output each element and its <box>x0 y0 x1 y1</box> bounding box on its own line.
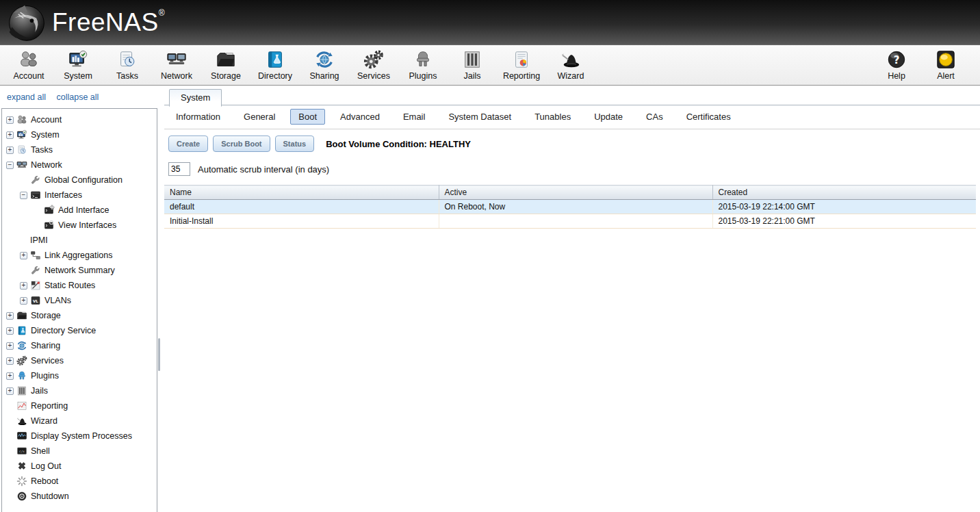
toolbar-item-wizard[interactable]: Wizard <box>550 49 592 81</box>
toolbar-item-tasks[interactable]: Tasks <box>106 49 149 81</box>
toolbar-item-label: Help <box>888 71 905 81</box>
table-row-initial-install[interactable]: Initial-Install2015-03-19 22:21:00 GMT <box>164 214 976 229</box>
tree-toggle-expand-icon[interactable]: + <box>6 372 14 380</box>
sidebar-item-ipmi[interactable]: IPMI <box>2 233 157 248</box>
sidebar-item-label: Static Routes <box>44 281 95 290</box>
toolbar-item-jails[interactable]: Jails <box>451 49 493 81</box>
sidebar-item-global-configuration[interactable]: Global Configuration <box>2 172 157 188</box>
directory-icon <box>16 325 28 336</box>
sidebar-item-sharing[interactable]: +Sharing <box>2 338 157 353</box>
sidebar-item-system[interactable]: +System <box>2 127 157 142</box>
toolbar-item-storage[interactable]: Storage <box>205 49 247 81</box>
sidebar-item-services[interactable]: +Services <box>2 353 157 368</box>
sidebar-item-add-interface[interactable]: Add Interface <box>2 203 157 218</box>
toolbar-item-system[interactable]: System <box>57 49 99 81</box>
sidebar-item-network[interactable]: −Network <box>2 157 157 172</box>
subtab-boot[interactable]: Boot <box>290 109 325 125</box>
table-row-default[interactable]: defaultOn Reboot, Now2015-03-19 22:14:00… <box>164 200 976 214</box>
tree-toggle-expand-icon[interactable]: + <box>6 387 14 395</box>
tree-toggle-expand-icon[interactable]: + <box>20 282 27 290</box>
scrub-interval-label: Automatic scrub interval (in days) <box>198 164 329 175</box>
toolbar-item-help[interactable]: ?Help <box>875 49 918 81</box>
processes-icon <box>16 431 28 441</box>
sidebar-scrollbar[interactable] <box>158 338 160 371</box>
sidebar-item-wizard[interactable]: Wizard <box>2 413 157 428</box>
sidebar-item-reporting[interactable]: Reporting <box>2 398 157 413</box>
column-header-created[interactable]: Created <box>712 185 976 200</box>
create-button[interactable]: Create <box>168 136 208 152</box>
toolbar-right-group: ?HelpAlert <box>868 45 980 81</box>
status-button[interactable]: Status <box>275 136 315 152</box>
sidebar-item-storage[interactable]: +Storage <box>2 308 157 323</box>
subtab-system-dataset[interactable]: System Dataset <box>440 109 519 125</box>
column-header-name[interactable]: Name <box>164 185 439 200</box>
toolbar-item-plugins[interactable]: Plugins <box>402 49 444 81</box>
tree-toggle-expand-icon[interactable]: + <box>6 357 14 365</box>
sidebar-item-jails[interactable]: +Jails <box>2 383 157 398</box>
sidebar-item-plugins[interactable]: +Plugins <box>2 368 157 383</box>
subtab-information[interactable]: Information <box>168 109 229 125</box>
sidebar-item-static-routes[interactable]: +Static Routes <box>2 278 157 293</box>
subtab-tunables[interactable]: Tunables <box>526 109 579 125</box>
toolbar-item-services[interactable]: Services <box>352 49 395 81</box>
account-icon <box>16 114 28 125</box>
tree-toggle-expand-icon[interactable]: + <box>6 342 14 350</box>
svg-text:c/x: c/x <box>19 450 25 453</box>
sidebar: expand all collapse all +Account+System+… <box>0 86 163 512</box>
sidebar-item-network-summary[interactable]: Network Summary <box>2 263 157 278</box>
tree-toggle-expand-icon[interactable]: + <box>20 252 27 259</box>
tree-toggle-collapse-icon[interactable]: − <box>20 192 27 199</box>
sidebar-item-account[interactable]: +Account <box>2 112 157 127</box>
network-icon <box>166 49 187 71</box>
sidebar-item-link-aggregations[interactable]: +Link Aggregations <box>2 248 157 263</box>
subtab-advanced[interactable]: Advanced <box>332 109 388 125</box>
main-toolbar: AccountSystemTasksNetworkStorageDirector… <box>0 45 980 86</box>
tree-toggle-expand-icon[interactable]: + <box>6 327 14 335</box>
subtab-update[interactable]: Update <box>586 109 631 125</box>
wrench-icon <box>30 265 42 276</box>
sidebar-item-label: Wizard <box>31 416 57 426</box>
subtab-general[interactable]: General <box>235 109 283 125</box>
toolbar-item-sharing[interactable]: Sharing <box>303 49 346 81</box>
sidebar-item-vlans[interactable]: +VLVLANs <box>2 293 157 308</box>
tree-toggle-expand-icon[interactable]: + <box>6 131 14 139</box>
tree-toggle-expand-icon[interactable]: + <box>6 146 14 154</box>
system-subtabs: InformationGeneralBootAdvancedEmailSyste… <box>164 105 980 129</box>
sidebar-item-shell[interactable]: c/xShell <box>2 444 157 459</box>
sidebar-item-interfaces[interactable]: −Interfaces <box>2 188 157 203</box>
toolbar-item-label: Account <box>13 71 44 81</box>
scrub-interval-input[interactable] <box>168 162 190 176</box>
subtab-cas[interactable]: CAs <box>638 109 671 125</box>
sidebar-item-tasks[interactable]: +Tasks <box>2 142 157 157</box>
sharing-icon <box>16 340 28 351</box>
boot-actions-row: CreateScrub BootStatus Boot Volume Condi… <box>168 136 980 152</box>
tree-toggle-collapse-icon[interactable]: − <box>6 162 14 169</box>
sidebar-item-display-system-processes[interactable]: Display System Processes <box>2 428 157 444</box>
tab-system[interactable]: System <box>169 89 222 107</box>
cell-created: 2015-03-19 22:21:00 GMT <box>712 214 976 229</box>
sidebar-item-reboot[interactable]: Reboot <box>2 474 157 489</box>
sidebar-item-directory-service[interactable]: +Directory Service <box>2 323 157 338</box>
tree-toggle-expand-icon[interactable]: + <box>6 116 14 124</box>
column-header-active[interactable]: Active <box>439 185 712 200</box>
collapse-all-link[interactable]: collapse all <box>56 92 99 102</box>
toolbar-item-reporting[interactable]: Reporting <box>500 49 543 81</box>
sidebar-item-view-interfaces[interactable]: View Interfaces <box>2 218 157 233</box>
subtab-certificates[interactable]: Certificates <box>678 109 739 125</box>
toolbar-item-account[interactable]: Account <box>8 49 50 81</box>
account-icon <box>18 49 39 71</box>
toolbar-item-network[interactable]: Network <box>155 49 198 81</box>
toolbar-item-directory[interactable]: Directory <box>254 49 296 81</box>
toolbar-item-alert[interactable]: Alert <box>925 49 967 81</box>
sidebar-item-label: Account <box>31 115 62 125</box>
tree-toggle-expand-icon[interactable]: + <box>6 312 14 320</box>
sidebar-item-log-out[interactable]: Log Out <box>2 459 157 474</box>
tree-toggle-expand-icon[interactable]: + <box>20 297 27 305</box>
expand-all-link[interactable]: expand all <box>7 92 46 102</box>
subtab-email[interactable]: Email <box>395 109 434 125</box>
sidebar-item-shutdown[interactable]: Shutdown <box>2 489 157 504</box>
sidebar-item-label: Storage <box>31 311 61 320</box>
wizard-icon <box>16 415 28 426</box>
sidebar-item-label: Reporting <box>31 401 68 411</box>
scrub-boot-button[interactable]: Scrub Boot <box>213 136 270 152</box>
